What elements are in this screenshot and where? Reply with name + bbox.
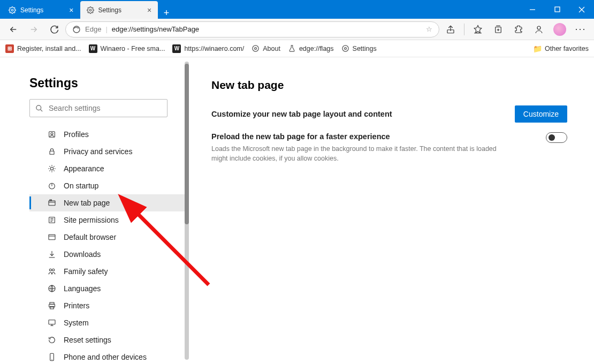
separator: | bbox=[105, 25, 107, 33]
svg-point-37 bbox=[52, 269, 55, 271]
sidebar-item-lang[interactable]: Languages bbox=[29, 280, 185, 297]
svg-point-1 bbox=[89, 9, 92, 11]
sidebar-item-phone[interactable]: Phone and other devices bbox=[29, 348, 185, 364]
favorite-star-icon[interactable]: ☆ bbox=[426, 25, 432, 33]
bookmark-label: Winaero - Free sma... bbox=[101, 45, 165, 52]
sidebar-item-browser[interactable]: Default browser bbox=[29, 229, 185, 246]
site-identity-label: Edge bbox=[85, 25, 101, 33]
sidebar-item-permissions[interactable]: Site permissions bbox=[29, 211, 185, 229]
gear-icon bbox=[341, 44, 349, 52]
svg-rect-22 bbox=[50, 151, 54, 154]
favicon-icon: W bbox=[89, 44, 97, 53]
svg-point-0 bbox=[11, 9, 13, 11]
preload-row: Preload the new tab page for a faster ex… bbox=[211, 132, 567, 163]
scrollbar-thumb[interactable] bbox=[185, 64, 189, 224]
close-window-button[interactable] bbox=[569, 0, 594, 19]
sidebar-item-label: Languages bbox=[64, 284, 101, 293]
sidebar-item-power[interactable]: On startup bbox=[29, 177, 185, 194]
svg-point-14 bbox=[255, 48, 257, 50]
collections-button[interactable] bbox=[489, 21, 507, 38]
svg-rect-41 bbox=[50, 306, 54, 309]
sidebar-item-label: Profiles bbox=[64, 130, 89, 139]
gear-icon bbox=[252, 44, 260, 52]
bookmark-item[interactable]: Whttps://winaero.com/ bbox=[172, 44, 244, 53]
favicon-icon: W bbox=[172, 44, 181, 53]
svg-line-19 bbox=[40, 109, 42, 111]
extensions-button[interactable] bbox=[509, 21, 528, 38]
svg-point-17 bbox=[342, 46, 348, 51]
flask-icon bbox=[288, 44, 296, 52]
gear-icon bbox=[87, 6, 94, 14]
tab-strip: Settings × Settings × + bbox=[0, 0, 520, 19]
tab-label: Settings bbox=[98, 6, 121, 14]
bookmark-label: About bbox=[263, 45, 280, 52]
customize-button[interactable]: Customize bbox=[515, 105, 567, 123]
search-settings-input[interactable] bbox=[49, 104, 162, 112]
bookmark-item[interactable]: About bbox=[252, 44, 280, 52]
profile-switch-button[interactable] bbox=[530, 21, 548, 38]
menu-button[interactable]: ··· bbox=[572, 21, 590, 38]
browser-toolbar: Edge | edge://settings/newTabPage ☆ ··· bbox=[0, 19, 594, 40]
settings-main: New tab page Customize your new tab page… bbox=[185, 57, 594, 364]
browser-tab-settings-inactive[interactable]: Settings × bbox=[2, 1, 80, 19]
bookmark-item[interactable]: edge://flags bbox=[288, 44, 334, 52]
family-icon bbox=[48, 267, 56, 276]
phone-icon bbox=[48, 353, 56, 361]
sidebar-item-family[interactable]: Family safety bbox=[29, 263, 185, 280]
bookmark-label: Settings bbox=[353, 45, 377, 52]
other-favorites-folder[interactable]: 📁Other favorites bbox=[533, 44, 589, 53]
forward-button[interactable] bbox=[25, 21, 43, 38]
printer-icon bbox=[48, 301, 56, 310]
sidebar-scrollbar[interactable] bbox=[185, 62, 189, 360]
profile-avatar[interactable] bbox=[553, 23, 566, 36]
sidebar-item-reset[interactable]: Reset settings bbox=[29, 331, 185, 348]
svg-point-18 bbox=[36, 105, 41, 110]
sidebar-item-label: System bbox=[64, 318, 89, 327]
svg-rect-42 bbox=[49, 320, 55, 324]
customize-row: Customize your new tab page layout and c… bbox=[211, 105, 567, 123]
tab-label: Settings bbox=[20, 6, 43, 14]
sidebar-item-label: On startup bbox=[64, 181, 98, 190]
bookmark-item[interactable]: ⊞Register, install and... bbox=[5, 44, 81, 53]
share-button[interactable] bbox=[441, 21, 460, 38]
permissions-icon bbox=[48, 216, 56, 224]
new-tab-button[interactable]: + bbox=[158, 7, 175, 19]
sidebar-item-lock[interactable]: Privacy and services bbox=[29, 143, 185, 160]
sidebar-item-tab[interactable]: New tab page bbox=[29, 194, 185, 211]
back-button[interactable] bbox=[4, 21, 22, 38]
page-content: Settings ProfilesPrivacy and servicesApp… bbox=[0, 57, 594, 364]
close-tab-icon[interactable]: × bbox=[147, 6, 151, 14]
bookmark-label: https://winaero.com/ bbox=[184, 45, 244, 52]
sidebar-item-system[interactable]: System bbox=[29, 314, 185, 331]
page-heading: New tab page bbox=[211, 79, 567, 92]
sidebar-item-download[interactable]: Downloads bbox=[29, 246, 185, 263]
svg-point-13 bbox=[537, 26, 540, 29]
preload-description: Loads the Microsoft new tab page in the … bbox=[211, 144, 511, 163]
svg-point-16 bbox=[344, 48, 346, 50]
sidebar-item-appearance[interactable]: Appearance bbox=[29, 160, 185, 177]
bookmark-item[interactable]: WWinaero - Free sma... bbox=[89, 44, 165, 53]
svg-rect-26 bbox=[49, 201, 55, 206]
bookmarks-bar: ⊞Register, install and... WWinaero - Fre… bbox=[0, 40, 594, 57]
favorites-button[interactable] bbox=[469, 21, 487, 38]
window-controls bbox=[520, 0, 594, 19]
svg-point-23 bbox=[50, 167, 53, 170]
minimize-button[interactable] bbox=[520, 0, 545, 19]
address-bar[interactable]: Edge | edge://settings/newTabPage ☆ bbox=[65, 21, 439, 37]
svg-rect-33 bbox=[49, 234, 55, 239]
customize-label: Customize your new tab page layout and c… bbox=[211, 110, 392, 118]
search-settings-box[interactable] bbox=[29, 99, 167, 117]
refresh-button[interactable] bbox=[45, 21, 63, 38]
settings-nav: ProfilesPrivacy and servicesAppearanceOn… bbox=[29, 126, 185, 364]
url-text: edge://settings/newTabPage bbox=[112, 25, 199, 33]
maximize-button[interactable] bbox=[545, 0, 569, 19]
toggle-knob bbox=[549, 134, 555, 141]
sidebar-title: Settings bbox=[29, 76, 185, 90]
preload-toggle[interactable] bbox=[546, 132, 567, 143]
sidebar-item-printer[interactable]: Printers bbox=[29, 297, 185, 314]
browser-tab-settings-active[interactable]: Settings × bbox=[80, 1, 158, 19]
bookmark-item[interactable]: Settings bbox=[341, 44, 377, 52]
sidebar-item-label: Family safety bbox=[64, 267, 108, 276]
close-tab-icon[interactable]: × bbox=[69, 6, 73, 14]
sidebar-item-profile[interactable]: Profiles bbox=[29, 126, 185, 143]
